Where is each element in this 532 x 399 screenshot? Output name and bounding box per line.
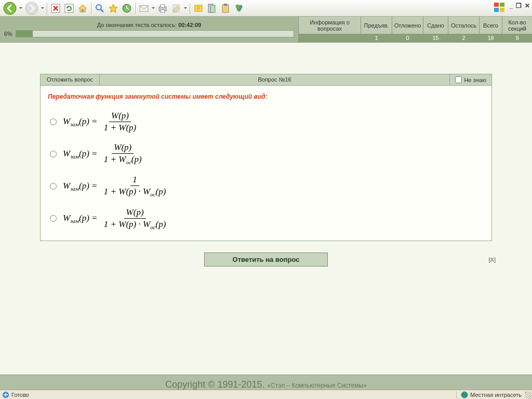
refresh-icon[interactable] [63,2,75,15]
stat-cell: Отложено0 [392,17,423,42]
answer-option[interactable]: Wзам(p) = 11 + W(p) · Wос(p) [48,175,484,197]
status-ready: Готово [11,392,29,398]
question-card: Отложить вопрос Вопрос №16 Не знаю Перед… [40,74,492,241]
answer-radio[interactable] [50,118,57,125]
answer-options: Wзам(p) = W(p)1 + W(p) Wзам(p) = W(p)1 +… [48,111,484,230]
answer-formula: Wзам(p) = W(p)1 + W(p) · Wос(p) [63,207,168,230]
stat-cell: Предъяв.1 [361,17,392,42]
stat-label: Информация о вопросах [299,17,361,34]
browser-toolbar: _ ❐ ✕ [0,0,532,17]
status-bar: Готово Местная интрасеть [0,390,532,399]
svg-rect-23 [500,8,504,12]
windows-logo-icon [494,2,506,12]
back-dropdown[interactable] [19,2,23,15]
answer-formula: Wзам(p) = W(p)1 + W(p) [63,111,138,133]
stat-value: 15 [423,34,448,42]
minimize-button[interactable]: _ [509,2,513,9]
stat-value: 1 [361,34,392,42]
stat-value: 2 [448,34,479,42]
status-zone: Местная интрасеть [470,392,522,398]
svg-point-18 [236,4,240,8]
answer-radio[interactable] [50,151,57,157]
answer-option[interactable]: Wзам(p) = W(p)1 + W(p) · Wос(p) [48,207,484,230]
timer-value: 00:42:09 [178,22,201,28]
timer-label: До окончания теста осталось: [97,22,178,28]
svg-point-19 [239,5,243,8]
clip-icon[interactable] [219,2,232,15]
progress-percent: 6% [4,31,12,37]
research-icon[interactable] [206,2,218,15]
copyright-band: Copyright © 1991-2015. «Стэл – Компьютер… [0,375,532,390]
dont-know-text: Не знаю [464,77,486,83]
answer-formula: Wзам(p) = W(p)1 + Wос(p) [63,142,144,165]
search-icon[interactable] [94,2,106,15]
close-x-link[interactable]: [X] [489,257,496,263]
svg-point-5 [96,5,101,10]
stat-label: Кол-во секций [502,17,532,34]
postpone-button[interactable]: Отложить вопрос [41,74,100,85]
mail-dropdown[interactable] [151,2,155,15]
stop-icon[interactable] [49,2,62,15]
svg-rect-11 [161,10,165,12]
svg-rect-10 [161,5,165,7]
stat-value: 18 [480,34,502,42]
question-header: Отложить вопрос Вопрос №16 Не знаю [40,74,492,86]
stat-label: Сдано [423,17,448,34]
edit-dropdown[interactable] [183,2,188,15]
back-button[interactable] [2,1,18,16]
svg-rect-16 [222,5,229,12]
svg-rect-15 [210,5,215,12]
ie-icon [2,391,9,398]
restore-button[interactable]: ❐ [516,2,522,9]
print-icon[interactable] [156,2,169,15]
svg-point-1 [25,2,38,15]
stat-label: Осталось [448,17,479,34]
mail-icon[interactable] [138,2,150,15]
stat-label: Всего [480,17,502,34]
question-text: Передаточная функция замкнутой системы и… [48,93,484,100]
forward-button[interactable] [24,1,39,16]
stat-cell: Кол-во секций9 [502,17,532,42]
svg-point-0 [4,2,16,15]
stat-value: 9 [502,34,532,42]
messenger-icon[interactable] [233,2,245,15]
close-button[interactable]: ✕ [525,2,530,9]
resize-grip[interactable] [525,392,531,398]
svg-rect-17 [224,4,227,6]
progress-bar [16,30,294,37]
svg-rect-3 [65,4,73,12]
stats-table: Информация о вопросахПредъяв.1Отложено0С… [298,17,532,42]
page-content: Отложить вопрос Вопрос №16 Не знаю Перед… [0,43,532,390]
edit-icon[interactable] [170,2,182,15]
svg-rect-20 [494,3,499,7]
stat-cell: Всего18 [479,17,502,42]
window-controls: _ ❐ ✕ [509,2,530,9]
svg-line-6 [101,9,103,12]
svg-rect-22 [494,8,499,12]
svg-rect-21 [500,3,504,7]
stat-value: 0 [392,34,423,42]
dont-know-checkbox[interactable] [455,76,462,83]
stat-value [299,34,361,42]
forward-dropdown[interactable] [41,2,45,15]
copyright-text: Copyright © 1991-2015. [165,379,267,390]
answer-option[interactable]: Wзам(p) = W(p)1 + Wос(p) [48,142,484,165]
dont-know-label[interactable]: Не знаю [449,74,491,85]
zone-icon [461,391,468,398]
stat-cell: Осталось2 [448,17,479,42]
submit-answer-button[interactable]: Ответить на вопрос [204,252,328,267]
answer-option[interactable]: Wзам(p) = W(p)1 + W(p) [48,111,484,133]
home-icon[interactable] [76,2,89,15]
answer-formula: Wзам(p) = 11 + W(p) · Wос(p) [63,175,168,197]
progress-fill [16,31,33,37]
discuss-icon[interactable] [192,2,205,15]
stat-label: Отложено [392,17,423,34]
question-title: Вопрос №16 [100,74,450,85]
stat-label: Предъяв. [361,17,392,34]
favorites-icon[interactable] [107,2,119,15]
history-icon[interactable] [121,2,133,15]
test-header: До окончания теста осталось: 00:42:09 6%… [0,17,532,43]
company-text: «Стэл – Компьютерные Системы» [268,382,367,389]
answer-radio[interactable] [50,215,57,222]
answer-radio[interactable] [50,183,57,190]
